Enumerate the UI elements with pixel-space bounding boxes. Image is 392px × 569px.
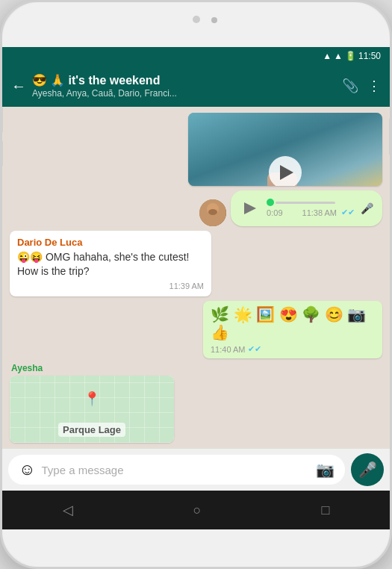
navigation-bar: ◁ ○ □: [2, 491, 390, 529]
mic-icon: 🎤: [358, 461, 377, 479]
location-message: Ayesha 📍 Parque Lage: [10, 363, 174, 443]
voice-message: 0:09 11:38 AM ✔✔ 🎤: [199, 190, 382, 226]
message-sender-name: Dario De Luca: [17, 237, 204, 248]
top-bezel: [2, 2, 390, 47]
message-time: 11:39 AM: [17, 282, 204, 290]
group-emoji: 😎 🙏: [32, 73, 65, 87]
vol-up-button[interactable]: [0, 107, 3, 133]
location-bubble-content[interactable]: 📍 Parque Lage: [10, 376, 174, 443]
wifi-icon: ▲: [334, 51, 343, 61]
emoji-content: 🌿 🌟 🖼️ 😍 🌳 😊 📷 👍: [211, 305, 375, 341]
power-button[interactable]: [389, 118, 392, 155]
voice-time-row: 0:09 11:38 AM ✔✔: [267, 208, 355, 217]
location-map: 📍 Parque Lage: [10, 376, 174, 443]
camera-attach-button[interactable]: 📷: [316, 461, 335, 479]
menu-icon[interactable]: ⋮: [367, 78, 381, 94]
video-message[interactable]: 📹 0:14 11:35 AM: [188, 113, 382, 186]
bottom-bezel: [2, 529, 390, 567]
sender-avatar: [199, 199, 226, 226]
voice-bubble-content[interactable]: 0:09 11:38 AM ✔✔ 🎤: [231, 190, 382, 226]
message-input-field[interactable]: ☺ Type a message 📷: [8, 455, 345, 485]
status-bar: ▲ ▲ 🔋 11:50: [2, 47, 390, 65]
attach-icon[interactable]: 📎: [342, 78, 358, 94]
group-name: it's the weekend: [68, 74, 160, 87]
waveform-progress: [267, 199, 274, 206]
clock: 11:50: [358, 51, 381, 61]
voice-record-button[interactable]: 🎤: [351, 453, 384, 486]
message-text: 😜😝 OMG hahaha, she's the cutest! How is …: [17, 250, 204, 279]
video-thumbnail: 📹 0:14: [188, 113, 382, 186]
sent-emoji-message: 🌿 🌟 🖼️ 😍 🌳 😊 📷 👍 11:40 AM ✔✔: [203, 301, 382, 358]
signal-icon: ▲: [323, 51, 332, 61]
video-play-button[interactable]: [269, 156, 302, 186]
emoji-picker-button[interactable]: ☺: [19, 460, 35, 479]
phone-screen: ▲ ▲ 🔋 11:50 ← 😎 🙏 it's the weekend Ayesh…: [2, 47, 390, 529]
voice-waveform: [267, 199, 355, 206]
chat-messages: 📹 0:14 11:35 AM: [2, 107, 390, 449]
phone-frame: ▲ ▲ 🔋 11:50 ← 😎 🙏 it's the weekend Ayesh…: [0, 0, 392, 569]
speaker-dot: [211, 17, 217, 23]
header-action-icons: 📎 ⋮: [342, 78, 381, 94]
message-input-placeholder[interactable]: Type a message: [41, 464, 310, 476]
back-button[interactable]: ←: [11, 78, 26, 95]
svg-point-2: [208, 209, 217, 215]
location-place-name: Parque Lage: [58, 423, 125, 437]
voice-timestamp: 11:38 AM: [302, 208, 337, 217]
nav-back-button[interactable]: ◁: [48, 496, 88, 524]
nav-home-button[interactable]: ○: [178, 497, 217, 524]
received-text-message: Dario De Luca 😜😝 OMG hahaha, she's the c…: [10, 231, 211, 296]
group-members: Ayesha, Anya, Cauã, Dario, Franci...: [32, 88, 336, 99]
chat-header: ← 😎 🙏 it's the weekend Ayesha, Anya, Cau…: [2, 65, 390, 107]
header-title-area: 😎 🙏 it's the weekend Ayesha, Anya, Cauã,…: [32, 73, 336, 99]
voice-mic-icon: 🎤: [361, 202, 373, 214]
message-input-bar: ☺ Type a message 📷 🎤: [2, 449, 390, 491]
voice-duration: 0:09: [267, 208, 282, 217]
camera-dot: [193, 16, 200, 23]
location-sender: Ayesha: [10, 363, 174, 373]
voice-play-icon: [244, 202, 256, 214]
emoji-time: 11:40 AM: [211, 345, 245, 354]
battery-icon: 🔋: [345, 51, 356, 61]
status-icons: ▲ ▲ 🔋 11:50: [323, 51, 381, 61]
chat-title: 😎 🙏 it's the weekend: [32, 73, 336, 87]
emoji-ticks: ✔✔: [248, 344, 261, 354]
nav-recents-button[interactable]: □: [307, 497, 345, 524]
voice-play-button[interactable]: [240, 198, 261, 219]
map-pin-icon: 📍: [84, 391, 100, 407]
voice-read-ticks: ✔✔: [341, 208, 355, 217]
vol-down-button[interactable]: [0, 140, 3, 167]
play-icon: [280, 165, 293, 180]
waveform-track: [276, 202, 335, 204]
